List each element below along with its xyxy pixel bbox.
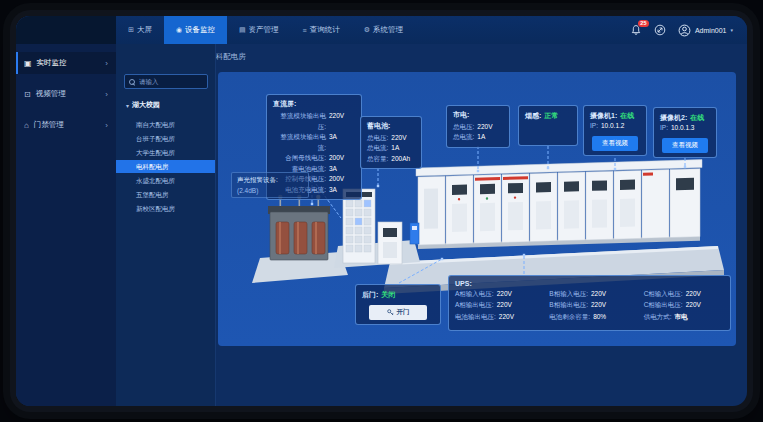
chevron-right-icon: › xyxy=(105,59,108,68)
avatar-icon xyxy=(678,24,691,37)
small-cabinet-model xyxy=(378,222,402,264)
sound-light-alarm-card: 声光报警设备: (2.4dB) xyxy=(231,172,309,198)
power-supply-mode: 市电 xyxy=(674,312,687,322)
camera2-card: 摄像机2:在线 IP:10.0.1.3 查看视频 xyxy=(653,107,717,158)
user-menu[interactable]: Admin001 ▾ xyxy=(678,24,733,37)
nav-tabs: ⊞ 大屏 ◉ 设备监控 ▤ 资产管理 ≡ 查询统计 ⚙ 系统管理 xyxy=(116,16,415,44)
realtime-monitor-icon: ▣ xyxy=(24,59,32,68)
view-video-button[interactable]: 查看视频 xyxy=(592,136,638,151)
camera1-ip: 10.0.1.2 xyxy=(601,121,625,131)
door-access-icon: ⌂ xyxy=(24,121,29,130)
substation-tree-panel: ▾ 湖大校园 南自大配电所 台班子配电所 大学生配电所 电科配电房 永盛北配电所… xyxy=(116,44,216,406)
tab-asset-management[interactable]: ▤ 资产管理 xyxy=(227,16,291,44)
ups-card: UPS: A相输入电压:220V B相输入电压:220V C相输入电压:220V… xyxy=(448,275,731,331)
dashboard-icon: ⊞ xyxy=(128,26,134,34)
user-name: Admin001 xyxy=(695,27,727,34)
notification-badge: 25 xyxy=(638,20,649,27)
notification-bell-icon[interactable]: 25 xyxy=(630,24,643,37)
room-3d-view-panel: 直流屏: 整流模块输出电压:220V 整流模块输出电流:3A 合闸母线电压:20… xyxy=(218,72,736,346)
camera2-status: 在线 xyxy=(690,112,704,123)
open-door-button[interactable]: 开门 xyxy=(369,305,427,320)
app-window: ⊞ 大屏 ◉ 设备监控 ▤ 资产管理 ≡ 查询统计 ⚙ 系统管理 xyxy=(16,16,747,406)
smoke-sensor-card: 烟感:正常 xyxy=(518,105,578,146)
sidebar-item-video-management[interactable]: ⊡ 视频管理 › xyxy=(16,83,116,105)
mains-card: 市电: 总电压:220V 总电流:1A xyxy=(446,105,510,148)
fullscreen-icon[interactable] xyxy=(654,24,667,37)
search-input[interactable] xyxy=(137,77,203,86)
tree-item[interactable]: 大学生配电所 xyxy=(116,146,215,159)
tab-device-monitoring[interactable]: ◉ 设备监控 xyxy=(164,16,227,44)
search-icon xyxy=(129,79,134,84)
tree-item[interactable]: 新校区配电房 xyxy=(116,202,215,215)
tab-query-statistics[interactable]: ≡ 查询统计 xyxy=(291,16,352,44)
sidebar-item-access-control[interactable]: ⌂ 门禁管理 › xyxy=(16,114,116,136)
battery-card: 蓄电池: 总电压:220V 总电流:1A 总容量:200Ah xyxy=(360,116,422,169)
top-nav-bar: ⊞ 大屏 ◉ 设备监控 ▤ 资产管理 ≡ 查询统计 ⚙ 系统管理 xyxy=(16,16,747,44)
chevron-right-icon: › xyxy=(105,121,108,130)
door-status: 关闭 xyxy=(381,289,395,300)
tree-item[interactable]: 五堡配电房 xyxy=(116,188,215,201)
caret-down-icon: ▾ xyxy=(730,27,733,33)
tree-item[interactable]: 南自大配电所 xyxy=(116,118,215,131)
view-video-button[interactable]: 查看视频 xyxy=(662,138,708,153)
blue-device-model xyxy=(410,223,419,244)
tree-search-box[interactable] xyxy=(124,74,208,89)
camera1-card: 摄像机1:在线 IP:10.0.1.2 查看视频 xyxy=(583,105,647,156)
video-icon: ⊡ xyxy=(24,90,31,99)
gear-icon: ⚙ xyxy=(364,26,370,34)
battery-rack-model xyxy=(343,189,375,263)
door-card: 后门:关闭 开门 xyxy=(355,284,441,325)
tree-item[interactable]: 永盛北配电所 xyxy=(116,174,215,187)
top-right-controls: 25 Admin001 ▾ xyxy=(630,16,747,44)
tree-root-node[interactable]: ▾ 湖大校园 xyxy=(126,100,160,110)
tab-system-management[interactable]: ⚙ 系统管理 xyxy=(352,16,415,44)
tree-item-selected[interactable]: 电科配电房 xyxy=(116,160,215,173)
camera1-status: 在线 xyxy=(620,110,634,121)
logo-area xyxy=(16,16,116,44)
screenshot-stage: ⊞ 大屏 ◉ 设备监控 ▤ 资产管理 ≡ 查询统计 ⚙ 系统管理 xyxy=(0,0,763,422)
asset-icon: ▤ xyxy=(239,26,246,34)
tree-item[interactable]: 台班子配电所 xyxy=(116,132,215,145)
transformer-model xyxy=(268,195,330,260)
smoke-status: 正常 xyxy=(544,110,558,121)
sidebar: ▣ 实时监控 › ⊡ 视频管理 › ⌂ 门禁管理 › xyxy=(16,44,116,406)
sidebar-item-realtime-monitoring[interactable]: ▣ 实时监控 › xyxy=(16,52,116,74)
caret-down-icon: ▾ xyxy=(126,102,129,109)
monitor-icon: ◉ xyxy=(176,26,182,34)
statistics-icon: ≡ xyxy=(303,27,307,34)
tab-dashboard[interactable]: ⊞ 大屏 xyxy=(116,16,164,44)
key-icon xyxy=(387,309,394,316)
chevron-right-icon: › xyxy=(105,90,108,99)
alarm-value: (2.4dB) xyxy=(237,187,303,194)
camera2-ip: 10.0.1.3 xyxy=(671,123,695,133)
